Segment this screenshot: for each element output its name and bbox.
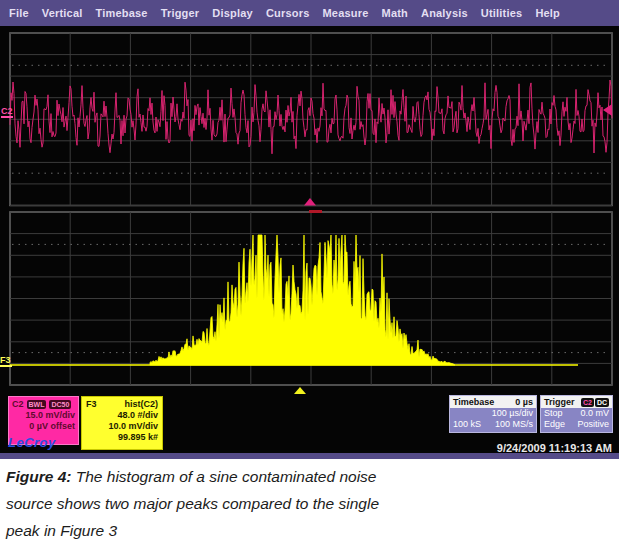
menu-display[interactable]: Display [212, 7, 253, 19]
trigger-type: Edge [544, 419, 565, 430]
menu-math[interactable]: Math [382, 7, 408, 19]
screenshot-root: File Vertical Timebase Trigger Display C… [0, 0, 619, 544]
timebase-samples: 100 kS [453, 419, 481, 430]
trigger-coupling-badge: DC [595, 398, 609, 407]
c2-trace-label: C2 [1, 106, 13, 116]
timebase-label: Timebase [453, 397, 494, 408]
timebase-tdiv: 100 µs/div [492, 408, 533, 419]
menu-timebase[interactable]: Timebase [96, 7, 148, 19]
bottom-grid-top-tick [309, 210, 322, 213]
scope-display: C2 F3 [0, 26, 619, 394]
caption-line-2: source shows two major peaks compared to… [6, 490, 606, 517]
f3-function-label: hist(C2) [125, 399, 159, 410]
timebase-delay: 0 µs [515, 397, 533, 408]
menu-bar: File Vertical Timebase Trigger Display C… [0, 0, 619, 26]
menu-analysis[interactable]: Analysis [421, 7, 468, 19]
timebase-rate: 100 MS/s [495, 419, 533, 430]
trigger-level: 0.0 mV [580, 408, 609, 419]
trigger-source-badge: C2 [581, 398, 594, 407]
menu-vertical[interactable]: Vertical [42, 7, 83, 19]
f3-population-value: 99.895 k# [86, 432, 158, 443]
caption-line-1: Figure 4: The histogram of a sine contam… [6, 463, 606, 490]
menu-measure[interactable]: Measure [322, 7, 368, 19]
histogram-center-marker[interactable] [294, 387, 306, 394]
c2-bwl-badge: BWL [27, 400, 47, 409]
c2-offset-value: 0 µV offset [12, 421, 75, 432]
caption-figure-label: Figure 4: [6, 468, 71, 485]
f3-ydiv-value: 48.0 #/div [86, 410, 158, 421]
lecroy-logo: LeCroy [8, 435, 56, 450]
caption-line-3: peak in Figure 3 [6, 517, 606, 544]
trigger-time-marker[interactable] [304, 198, 316, 206]
c2-box-title: C2 [12, 399, 24, 410]
trigger-label: Trigger [544, 397, 575, 408]
f3-descriptor-box[interactable]: F3 hist(C2) 48.0 #/div 10.0 mV/div 99.89… [81, 396, 163, 450]
menu-trigger[interactable]: Trigger [161, 7, 200, 19]
menu-help[interactable]: Help [535, 7, 560, 19]
f3-histogram [150, 235, 455, 365]
figure-caption: Figure 4: The histogram of a sine contam… [6, 463, 606, 544]
menu-file[interactable]: File [9, 7, 29, 19]
f3-box-title: F3 [86, 399, 97, 410]
window-bottom-edge [0, 453, 619, 459]
menu-cursors[interactable]: Cursors [266, 7, 310, 19]
trigger-slope: Positive [577, 419, 609, 430]
oscilloscope-window: File Vertical Timebase Trigger Display C… [0, 0, 619, 459]
trigger-mode: Stop [544, 408, 563, 419]
f3-trace-label: F3 [0, 355, 11, 365]
menu-utilities[interactable]: Utilities [481, 7, 523, 19]
timebase-panel[interactable]: Timebase 0 µs 100 µs/div 100 kS 100 MS/s [449, 395, 537, 433]
f3-xdiv-value: 10.0 mV/div [86, 421, 158, 432]
caption-text-1: The histogram of a sine contaminated noi… [71, 468, 376, 485]
c2-vdiv-value: 15.0 mV/div [12, 410, 75, 421]
c2-coupling-badge: DC50 [49, 400, 71, 409]
trigger-panel[interactable]: Trigger C2 DC Stop 0.0 mV Edge Positive [540, 395, 613, 433]
